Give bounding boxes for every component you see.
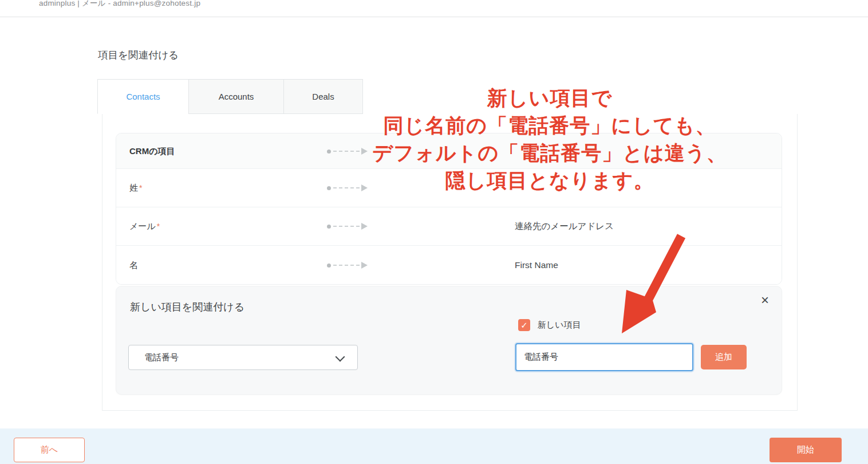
- crm-field-first-name: 名: [129, 259, 139, 270]
- mapping-arrow-icon: [327, 261, 368, 269]
- table-row: 姓*: [116, 169, 782, 207]
- browser-tab-strip: adminplus | メール - admin+plus@zohotest.jp: [0, 0, 868, 17]
- table-header-row: CRMの項目: [116, 133, 782, 169]
- new-field-checkbox[interactable]: ✓: [518, 319, 530, 331]
- crm-fields-column-header: CRMの項目: [129, 146, 175, 156]
- add-button[interactable]: 追加: [701, 345, 747, 369]
- table-row: 名 First Name: [116, 246, 782, 284]
- new-field-name-input[interactable]: [515, 343, 693, 371]
- browser-tab-title[interactable]: adminplus | メール - admin+plus@zohotest.jp: [39, 0, 200, 9]
- chevron-down-icon: [337, 353, 344, 360]
- screen: adminplus | メール - admin+plus@zohotest.jp…: [0, 0, 868, 464]
- wizard-footer-bar: 前へ 開始: [0, 428, 868, 464]
- required-asterisk: *: [157, 222, 160, 231]
- module-tabs: Contacts Accounts Deals: [97, 79, 363, 114]
- mapping-table: CRMの項目 姓* メール* 連絡先のメールアドレス: [116, 133, 782, 285]
- new-field-checkbox-row: ✓ 新しい項目: [518, 319, 581, 331]
- table-row: メール* 連絡先のメールアドレス: [116, 207, 782, 246]
- mapping-arrow-icon: [327, 184, 368, 192]
- crm-field-email: メール*: [129, 221, 160, 232]
- start-button[interactable]: 開始: [770, 438, 842, 462]
- tab-accounts[interactable]: Accounts: [188, 79, 284, 114]
- field-label: メール: [129, 221, 156, 231]
- tab-deals[interactable]: Deals: [283, 79, 363, 114]
- annotation-line: 新しい項目で: [351, 84, 748, 112]
- dropdown-selected-value: 電話番号: [144, 352, 179, 363]
- close-icon[interactable]: ×: [761, 293, 769, 307]
- mapped-value[interactable]: First Name: [515, 260, 558, 270]
- mapping-arrow-icon: [327, 222, 368, 230]
- mapping-arrow-icon: [327, 147, 368, 155]
- tab-contacts[interactable]: Contacts: [97, 79, 189, 114]
- crm-field-dropdown[interactable]: 電話番号: [128, 345, 358, 370]
- field-label: 名: [129, 259, 138, 269]
- new-field-mapping-section: 新しい項目を関連付ける × 電話番号 ✓ 新しい項目 追加: [116, 286, 782, 395]
- field-mapping-panel: CRMの項目 姓* メール* 連絡先のメールアドレス: [102, 114, 798, 411]
- mapped-value[interactable]: 連絡先のメールアドレス: [515, 221, 614, 233]
- field-label: 姓: [129, 183, 138, 192]
- back-button[interactable]: 前へ: [14, 438, 85, 462]
- required-asterisk: *: [139, 183, 142, 192]
- page-title: 項目を関連付ける: [98, 48, 179, 62]
- new-field-section-title: 新しい項目を関連付ける: [130, 300, 244, 314]
- new-field-checkbox-label: 新しい項目: [538, 320, 581, 331]
- crm-field-last-name: 姓*: [129, 183, 142, 194]
